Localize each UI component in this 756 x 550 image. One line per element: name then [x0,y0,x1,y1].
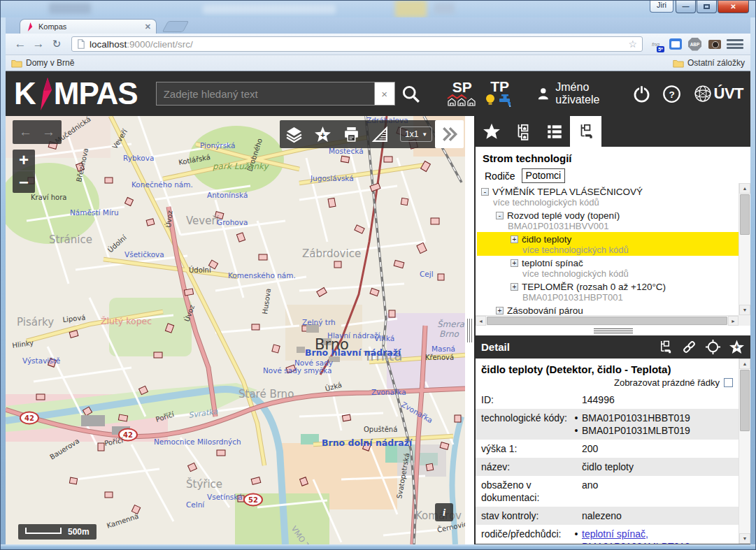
vertical-splitter[interactable] [465,116,474,544]
scroll-up-arrow[interactable]: ▲ [739,183,750,194]
tab-rodice[interactable]: Rodiče [481,170,519,183]
extension-fng-icon[interactable]: fng5* [648,37,663,52]
tab-favorites[interactable] [476,116,507,147]
scrollbar-thumb[interactable] [740,370,750,431]
window-close-button[interactable]: ✕ [718,1,749,13]
chevron-down-icon: ▼ [422,131,427,138]
user-menu[interactable]: Jméno uživatele [536,81,617,106]
expand-panel-button[interactable] [435,120,464,148]
bookmark-folder-domy[interactable]: Domy v Brně [11,58,74,68]
layers-icon[interactable] [285,126,303,143]
sp-module-button[interactable]: SP [447,81,478,107]
back-button[interactable]: ← [11,37,29,51]
extension-adblock-icon[interactable]: ABP [687,37,702,52]
forward-button[interactable]: → [29,37,48,51]
background-blur [49,3,91,14]
logout-button[interactable] [632,85,651,103]
tree-item[interactable]: +čidlo teplotyvíce technologických kódů [477,232,739,256]
tp-module-button[interactable]: TP [485,80,515,107]
tab-potomci[interactable]: Potomci [522,168,566,183]
tree-expander[interactable]: + [511,259,518,267]
scrollbar-thumb[interactable] [487,317,727,325]
map-label: Štýřice [186,477,222,491]
locate-icon[interactable] [705,339,721,355]
user-icon [536,85,550,103]
map-canvas[interactable]: 424252 StrániceVeveříPisárkyZábrdoviceSt… [6,116,465,544]
detail-row-label: ID: [481,393,571,406]
scrollbar-thumb[interactable] [740,194,750,235]
tree-expander[interactable]: + [511,283,518,291]
tree-item-subtext: více technologických kódů [493,198,739,208]
map-grid-dropdown[interactable]: 1x1▼ [400,126,432,142]
measure-icon[interactable] [371,126,389,143]
extension-screenshot-icon[interactable] [707,37,722,52]
tree-horizontal-scrollbar[interactable]: ◄ ► [476,315,739,326]
tree-item[interactable]: +teplotní spínačvíce technologických kód… [477,256,739,280]
info-button[interactable]: i [435,503,453,521]
map-building [438,274,444,280]
search-button[interactable] [401,82,420,106]
zoom-out-button[interactable]: − [13,171,35,193]
add-favorite-icon[interactable]: + [314,126,331,143]
tree-item[interactable]: +Zásobování párouBMA01P01031EEVV001 [477,303,739,315]
browser-tab[interactable]: Kompas ✕ [20,19,157,34]
scroll-up-arrow[interactable]: ▲ [739,359,750,369]
detail-value-link[interactable]: teplotní spínač, [582,528,648,540]
scroll-right-arrow[interactable]: ► [728,316,739,326]
window-minimize-button[interactable]: — [676,1,696,13]
scroll-left-arrow[interactable]: ◄ [476,316,486,326]
scroll-down-arrow[interactable]: ▼ [739,305,750,315]
chrome-menu-icon[interactable] [727,38,743,51]
map-label: Stránice [49,233,92,246]
map-building [184,289,193,296]
kompas-logo: K MPAS [14,76,138,111]
bookmark-folder-other[interactable]: Ostatní záložky [673,58,745,68]
svg-text:42: 42 [24,414,34,422]
search-input[interactable] [156,82,374,106]
horizontal-splitter[interactable] [476,326,750,335]
link-icon[interactable] [681,339,697,355]
map-label: Všetičkova [124,250,164,259]
new-tab-button[interactable] [162,21,190,32]
tree-expander[interactable]: - [481,188,489,196]
bookmark-star-icon[interactable]: ☆ [628,38,637,50]
browser-window: Jiri — ✕ Kompas ✕ ← → ↻ localhost:9000/c… [0,0,756,550]
help-button[interactable]: ? [662,85,681,103]
window-maximize-button[interactable] [697,1,717,13]
scroll-down-arrow[interactable]: ▼ [739,533,750,544]
detail-row-label: rodiče/předchůdci: [481,528,571,544]
tab-building-tree[interactable] [507,116,539,147]
map-forward-button[interactable]: → [42,124,55,140]
uvt-logo[interactable]: ÚVT [694,85,744,103]
print-icon[interactable] [343,126,360,143]
tab-technology-tree[interactable] [570,116,601,147]
tab-close-icon[interactable]: ✕ [145,22,151,31]
tree-technology-icon[interactable] [657,339,673,355]
tree-expander[interactable]: + [511,236,518,243]
show-empty-rows-checkbox[interactable] [724,378,733,387]
search-icon [401,85,420,103]
bullet [571,442,582,455]
show-empty-rows-label: Zobrazovat prázdné řádky [614,377,720,388]
map-building [401,198,408,205]
extension-pagespeed-icon[interactable] [668,37,683,52]
tree-expander[interactable]: + [496,307,504,314]
map-label: Zvonařka [371,388,406,396]
tree-item[interactable]: +TEPLOMĚR (rozsah 0 až +120°C)BMA01P0103… [477,280,739,303]
detail-value-link[interactable]: BMA01P01031MLBT018 [582,540,690,544]
chrome-profile-button[interactable]: Jiri [650,1,673,13]
clear-search-button[interactable]: × [374,82,395,106]
tree-item[interactable]: -Rozvod teplé vody (topení)BMA01P01031HB… [477,208,739,232]
bullet [571,540,582,544]
zoom-in-button[interactable]: + [13,150,35,171]
map-back-button[interactable]: ← [19,124,32,140]
detail-vertical-scrollbar[interactable]: ▲ ▼ [739,359,750,544]
tab-list[interactable] [539,116,570,147]
tree-item[interactable]: -VÝMĚNÍK TEPLA VLÁSEČNICOVÝvíce technolo… [477,184,739,208]
tree-expander[interactable]: - [496,212,504,219]
tree-panel-title: Strom technologií [476,147,750,166]
tree-vertical-scrollbar[interactable]: ▲ ▼ [739,183,750,315]
reload-button[interactable]: ↻ [48,38,66,50]
address-bar[interactable]: localhost:9000/client/src/ ☆ [71,36,643,52]
add-favorite-icon[interactable]: + [729,339,745,355]
